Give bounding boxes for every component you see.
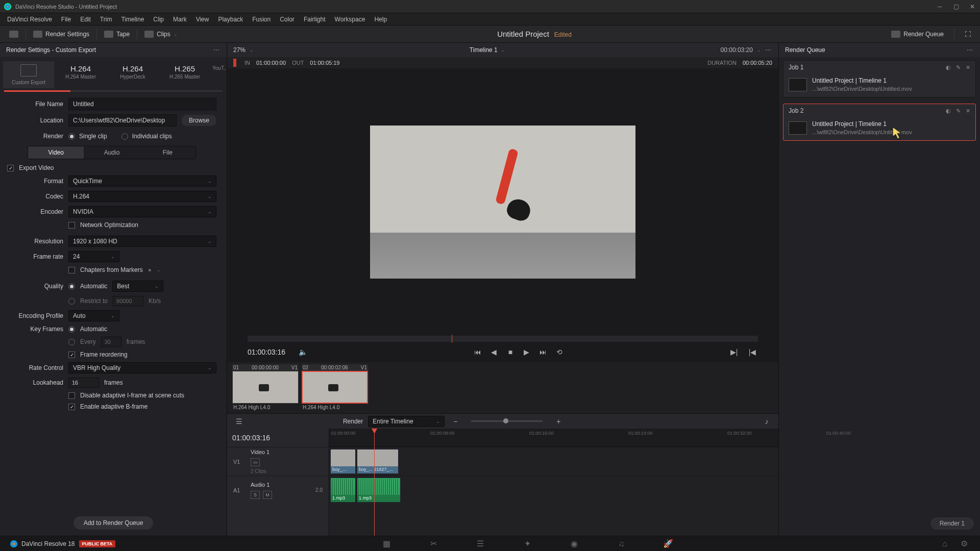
keyframes-auto-radio[interactable] xyxy=(68,326,75,333)
timeline-view-icon[interactable]: ☰ xyxy=(233,416,244,427)
mute-button[interactable]: M xyxy=(263,491,272,499)
prev-clip-button[interactable]: |◀ xyxy=(747,346,758,358)
prev-frame-button[interactable]: ◀ xyxy=(488,346,500,358)
single-clip-radio[interactable] xyxy=(68,133,75,140)
menu-help[interactable]: Help xyxy=(370,14,391,24)
viewer-options-icon[interactable]: ⋯ xyxy=(765,46,772,54)
window-close[interactable]: ✕ xyxy=(969,3,976,10)
menu-trim[interactable]: Trim xyxy=(96,14,116,24)
file-name-input[interactable] xyxy=(68,98,216,110)
audio-meter-icon[interactable]: ♪ xyxy=(761,416,772,427)
format-select[interactable]: QuickTime⌄ xyxy=(68,176,216,187)
menu-file[interactable]: File xyxy=(57,14,75,24)
menu-fairlight[interactable]: Fairlight xyxy=(300,14,330,24)
keyframes-input[interactable] xyxy=(101,337,121,347)
tab-audio[interactable]: Audio xyxy=(84,146,139,159)
render-job-1[interactable]: Job 1 ◐✎✕ Untitled Project | Timeline 1 … xyxy=(783,60,976,97)
render-settings-button[interactable]: Render Settings xyxy=(29,29,93,40)
preset-youtube[interactable]: YouT... xyxy=(211,61,227,88)
rate-control-select[interactable]: VBR High Quality⌄ xyxy=(68,362,216,373)
settings-icon[interactable]: ⚙ xyxy=(959,539,970,548)
timeline-name[interactable]: Timeline 1⌄ xyxy=(470,46,505,54)
render-queue-toggle[interactable]: Render Queue xyxy=(887,29,948,40)
clips-button[interactable]: Clips⌄ xyxy=(140,29,182,40)
play-button[interactable]: ▶ xyxy=(521,346,532,358)
timeline-tracks[interactable]: 01:00:00:00 01:00:08:00 01:00:16:00 01:0… xyxy=(329,429,778,536)
timeline-zoom-slider[interactable] xyxy=(471,420,543,422)
expand-button[interactable]: ⛶ xyxy=(961,29,975,40)
video-track[interactable]: boy_... boy_... 21827_... xyxy=(329,447,778,475)
enable-bframe-checkbox[interactable] xyxy=(68,404,75,410)
menu-view[interactable]: View xyxy=(192,14,213,24)
menu-playback[interactable]: Playback xyxy=(214,14,247,24)
individual-clips-radio[interactable] xyxy=(121,133,128,140)
zoom-select[interactable]: 27%⌄ xyxy=(233,46,254,54)
menu-davinci[interactable]: DaVinci Resolve xyxy=(3,14,56,24)
quick-export-button[interactable] xyxy=(5,29,22,40)
tab-video[interactable]: Video xyxy=(28,146,84,159)
encoder-select[interactable]: NVIDIA⌄ xyxy=(68,206,216,217)
timeline-playhead[interactable] xyxy=(374,429,375,536)
window-minimize[interactable]: ─ xyxy=(936,3,943,10)
video-clip-2[interactable]: boy_... 21827_... xyxy=(357,449,399,474)
keyframes-every-radio[interactable] xyxy=(68,339,75,345)
loop-button[interactable]: ⟲ xyxy=(554,346,565,358)
render-range-select[interactable]: Entire Timeline⌄ xyxy=(368,416,445,427)
window-maximize[interactable]: ▢ xyxy=(952,3,960,10)
restrict-radio[interactable] xyxy=(68,298,75,305)
tape-button[interactable]: Tape xyxy=(100,29,134,40)
framerate-select[interactable]: 24⌄ xyxy=(68,251,119,262)
job-show-icon[interactable]: ◐ xyxy=(946,108,951,114)
color-page-icon[interactable]: ◉ xyxy=(569,539,580,548)
video-clip-1[interactable]: boy_... xyxy=(330,449,356,474)
menu-clip[interactable]: Clip xyxy=(149,14,168,24)
menu-fusion[interactable]: Fusion xyxy=(248,14,275,24)
menu-color[interactable]: Color xyxy=(276,14,299,24)
audio-track-header[interactable]: A1 Audio 1 S M 2.0 xyxy=(227,475,329,504)
next-clip-button[interactable]: ▶| xyxy=(728,346,740,358)
track-lock-icon[interactable]: ▭ xyxy=(251,458,260,466)
solo-button[interactable]: S xyxy=(251,491,260,499)
preset-h264-master[interactable]: H.264 H.264 Master xyxy=(55,61,106,88)
clip-thumb-2[interactable]: 0200:00:02:06V1 H.264 High L4.0 xyxy=(302,364,368,411)
edit-page-icon[interactable]: ☰ xyxy=(475,539,486,548)
stop-button[interactable]: ■ xyxy=(505,346,516,358)
deliver-page-icon[interactable]: 🚀 xyxy=(663,539,674,548)
preset-h265-master[interactable]: H.265 H.265 Master xyxy=(159,61,210,88)
last-frame-button[interactable]: ⏭ xyxy=(537,346,549,358)
quality-select[interactable]: Best⌄ xyxy=(112,281,163,292)
render-button[interactable]: Render 1 xyxy=(930,517,974,530)
queue-options-icon[interactable]: ⋯ xyxy=(967,46,974,54)
zoom-out-button[interactable]: − xyxy=(450,416,461,427)
cut-page-icon[interactable]: ✂ xyxy=(428,539,439,548)
panel-options-icon[interactable]: ⋯ xyxy=(213,46,220,54)
speaker-icon[interactable]: 🔈 xyxy=(298,346,309,358)
menu-mark[interactable]: Mark xyxy=(169,14,191,24)
zoom-in-button[interactable]: + xyxy=(553,416,564,427)
location-input[interactable] xyxy=(68,114,177,127)
job-close-icon[interactable]: ✕ xyxy=(966,108,970,114)
viewer-canvas[interactable] xyxy=(227,68,778,336)
menu-workspace[interactable]: Workspace xyxy=(331,14,370,24)
fairlight-page-icon[interactable]: ♫ xyxy=(616,539,627,548)
preset-hyperdeck[interactable]: H.264 HyperDeck xyxy=(107,61,158,88)
menu-timeline[interactable]: Timeline xyxy=(117,14,148,24)
media-page-icon[interactable]: ▦ xyxy=(381,539,392,548)
quality-auto-radio[interactable] xyxy=(68,283,75,290)
render-job-2[interactable]: Job 2 ◐✎✕ Untitled Project | Timeline 1 … xyxy=(783,104,976,141)
browse-button[interactable]: Browse xyxy=(182,115,216,126)
export-video-checkbox[interactable] xyxy=(7,165,14,171)
audio-clip-2[interactable]: 1.mp3 xyxy=(357,478,401,503)
menu-edit[interactable]: Edit xyxy=(76,14,95,24)
restrict-input[interactable] xyxy=(113,296,143,306)
codec-select[interactable]: H.264⌄ xyxy=(68,191,216,202)
job-edit-icon[interactable]: ✎ xyxy=(956,108,961,114)
audio-track[interactable]: 1.mp3 1.mp3 xyxy=(329,475,778,504)
encoding-profile-select[interactable]: Auto⌄ xyxy=(68,310,119,321)
network-opt-checkbox[interactable] xyxy=(68,222,75,229)
disable-iframe-checkbox[interactable] xyxy=(68,392,75,399)
fusion-page-icon[interactable]: ✦ xyxy=(522,539,533,548)
video-track-header[interactable]: V1 Video 1 ▭ 2 Clips xyxy=(227,447,329,475)
chapters-checkbox[interactable] xyxy=(68,267,75,273)
frame-reorder-checkbox[interactable] xyxy=(68,352,75,358)
